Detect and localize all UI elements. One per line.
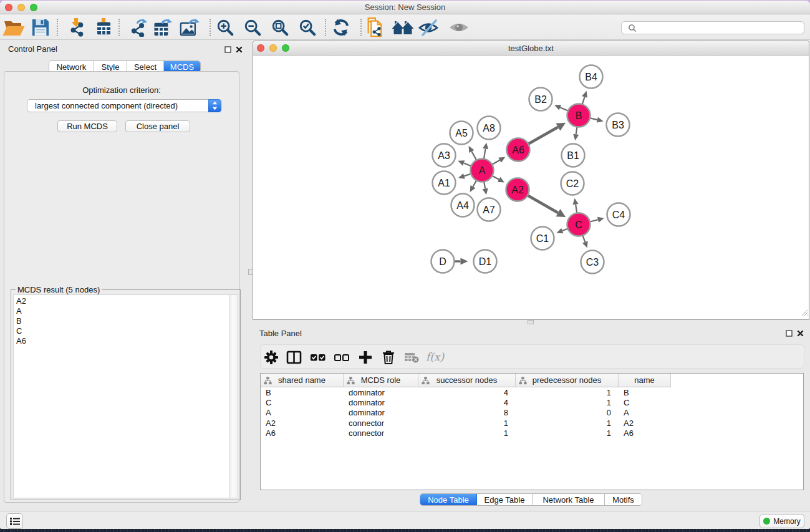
memory-button[interactable]: Memory xyxy=(759,514,804,528)
column-header-name[interactable]: name xyxy=(619,374,671,387)
mcds-result-item[interactable]: A xyxy=(14,306,228,316)
show-all-icon[interactable] xyxy=(448,18,470,37)
table-cell[interactable]: A2 xyxy=(624,418,671,428)
horizontal-split-handle[interactable] xyxy=(528,320,534,324)
mcds-result-list[interactable]: A2ABCA6 xyxy=(13,294,238,498)
task-history-button[interactable] xyxy=(6,513,23,529)
mcds-result-item[interactable]: A6 xyxy=(14,336,228,346)
close-panel-button[interactable]: Close panel xyxy=(125,120,190,132)
table-cell[interactable]: 8 xyxy=(418,408,508,418)
table-cell[interactable]: connector xyxy=(349,418,418,428)
graph-node-D[interactable]: D xyxy=(432,250,455,273)
table-cell[interactable]: 1 xyxy=(516,428,611,438)
graph-node-A6[interactable]: A6 xyxy=(507,138,530,162)
zoom-fit-icon[interactable] xyxy=(271,18,289,37)
column-header-predecessor-nodes[interactable]: predecessor nodes xyxy=(516,374,619,387)
import-table-icon[interactable] xyxy=(94,18,113,37)
graph-edge-arrowhead xyxy=(597,217,604,223)
close-icon[interactable] xyxy=(796,329,804,337)
graph-node-C2[interactable]: C2 xyxy=(561,172,584,195)
graph-node-C[interactable]: C xyxy=(567,213,591,236)
delete-icon[interactable] xyxy=(382,350,395,365)
table-cell[interactable]: A6 xyxy=(266,428,344,438)
resize-grip-icon[interactable] xyxy=(801,307,808,319)
run-mcds-button[interactable]: Run MCDS xyxy=(57,120,117,132)
graph-node-A7[interactable]: A7 xyxy=(478,198,501,221)
tab-network-table[interactable]: Network Table xyxy=(533,494,605,505)
home-icon[interactable] xyxy=(392,18,414,37)
table-cell[interactable]: C xyxy=(624,398,671,408)
select-all-icon[interactable] xyxy=(310,350,326,365)
graph-node-B3[interactable]: B3 xyxy=(607,114,630,137)
clone-network-icon[interactable] xyxy=(365,18,383,37)
graph-node-A2[interactable]: A2 xyxy=(506,178,529,201)
graph-node-B4[interactable]: B4 xyxy=(580,65,603,89)
zoom-selected-icon[interactable] xyxy=(298,18,317,37)
export-network-icon[interactable] xyxy=(128,18,148,37)
column-header-MCDS-role[interactable]: MCDS role xyxy=(344,374,418,387)
graph-node-A5[interactable]: A5 xyxy=(450,122,473,145)
table-cell[interactable]: 1 xyxy=(418,418,508,428)
mcds-result-item[interactable]: A2 xyxy=(14,296,228,306)
table-cell[interactable]: C xyxy=(266,398,344,408)
table-cell[interactable]: 1 xyxy=(418,428,508,438)
graph-node-C4[interactable]: C4 xyxy=(607,203,630,226)
graph-node-A[interactable]: A xyxy=(471,159,494,182)
graph-node-A1[interactable]: A1 xyxy=(433,172,456,195)
table-cell[interactable]: B xyxy=(266,388,344,398)
add-icon[interactable] xyxy=(358,350,373,365)
tab-edge-table[interactable]: Edge Table xyxy=(477,494,533,505)
mcds-result-item[interactable]: B xyxy=(14,316,228,326)
table-cell[interactable]: dominator xyxy=(349,398,418,408)
export-table-icon[interactable] xyxy=(152,18,173,37)
graph-node-C3[interactable]: C3 xyxy=(581,251,604,274)
table-cell[interactable]: dominator xyxy=(349,388,418,398)
toolbar-separator xyxy=(360,19,362,36)
table-cell[interactable]: 1 xyxy=(516,418,611,428)
import-network-icon[interactable] xyxy=(67,18,85,37)
tab-node-table[interactable]: Node Table xyxy=(420,494,477,505)
table-cell[interactable]: 4 xyxy=(418,388,508,398)
tab-motifs[interactable]: Motifs xyxy=(605,494,642,505)
table-cell[interactable]: A xyxy=(266,408,344,418)
table-cell[interactable]: 1 xyxy=(516,398,611,408)
float-icon[interactable] xyxy=(224,46,232,54)
gear-icon[interactable] xyxy=(264,350,279,365)
criterion-dropdown[interactable]: largest connected component (directed) xyxy=(27,99,221,112)
graph-node-A3[interactable]: A3 xyxy=(433,144,456,167)
graph-node-A4[interactable]: A4 xyxy=(451,194,475,217)
close-icon[interactable] xyxy=(235,46,243,54)
graph-node-B1[interactable]: B1 xyxy=(562,144,585,167)
column-header-successor-nodes[interactable]: successor nodes xyxy=(418,374,516,387)
graph-node-B2[interactable]: B2 xyxy=(529,88,552,111)
table-cell[interactable]: A2 xyxy=(266,418,344,428)
network-canvas[interactable]: AA1A3A5A8A4A7A6A2BB1B2B3B4CC1C2C3C4DD1 xyxy=(253,56,809,319)
float-icon[interactable] xyxy=(785,329,793,337)
table-cell[interactable]: B xyxy=(624,388,671,398)
graph-node-B[interactable]: B xyxy=(567,104,591,127)
column-header-shared-name[interactable]: shared name xyxy=(261,374,344,387)
table-cell[interactable]: A xyxy=(624,408,671,418)
search-input[interactable] xyxy=(638,22,800,33)
table-cell[interactable]: connector xyxy=(349,428,418,438)
zoom-in-icon[interactable] xyxy=(216,18,234,37)
open-session-icon[interactable] xyxy=(2,18,25,37)
graph-node-D1[interactable]: D1 xyxy=(474,250,497,273)
zoom-out-icon[interactable] xyxy=(243,18,262,37)
refresh-icon[interactable] xyxy=(332,18,350,37)
deselect-all-icon[interactable] xyxy=(334,350,350,365)
table-cell[interactable]: 0 xyxy=(516,408,611,418)
table-cell[interactable]: 1 xyxy=(516,388,611,398)
graph-node-C1[interactable]: C1 xyxy=(531,227,554,250)
mcds-result-item[interactable]: C xyxy=(14,326,228,336)
table-cell[interactable]: 4 xyxy=(418,398,508,408)
columns-icon[interactable] xyxy=(286,350,302,365)
hide-selected-icon[interactable] xyxy=(418,18,440,37)
mcds-list-scrollbar[interactable] xyxy=(229,295,238,498)
graph-node-A8[interactable]: A8 xyxy=(478,117,501,140)
export-image-icon[interactable] xyxy=(179,18,200,37)
table-cell[interactable]: dominator xyxy=(349,408,418,418)
table-cell[interactable]: A6 xyxy=(624,428,671,438)
save-session-icon[interactable] xyxy=(31,18,50,37)
application-window: Session: New Session xyxy=(0,1,810,529)
